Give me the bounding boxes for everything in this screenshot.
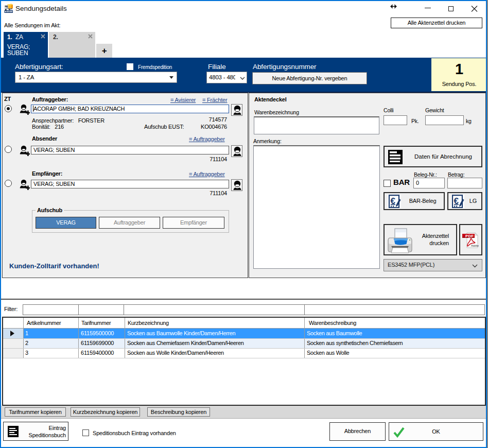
svg-text:PDF: PDF [465,234,474,238]
svg-text:Adobe: Adobe [471,244,479,247]
